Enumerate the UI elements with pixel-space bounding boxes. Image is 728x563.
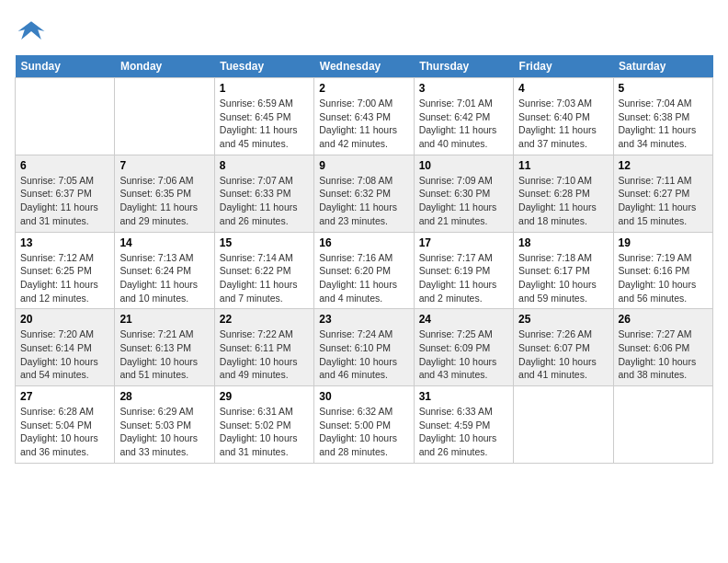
day-number: 15 [220,236,309,249]
day-info: Sunrise: 7:00 AMSunset: 6:43 PMDaylight:… [319,97,408,151]
calendar-table: SundayMondayTuesdayWednesdayThursdayFrid… [15,55,713,464]
day-info: Sunrise: 7:25 AMSunset: 6:09 PMDaylight:… [419,327,508,382]
calendar-cell: 30Sunrise: 6:32 AMSunset: 5:00 PMDayligh… [314,386,414,464]
calendar-cell [16,78,115,155]
day-number: 24 [419,313,508,326]
day-info: Sunrise: 7:24 AMSunset: 6:10 PMDaylight:… [319,327,408,382]
calendar-cell [514,386,613,464]
day-number: 3 [419,82,508,95]
day-number: 6 [20,159,109,172]
day-number: 7 [119,159,209,172]
weekday-header-sunday: Sunday [16,55,115,78]
day-info: Sunrise: 7:16 AMSunset: 6:20 PMDaylight:… [319,251,408,305]
calendar-cell: 11Sunrise: 7:10 AMSunset: 6:28 PMDayligh… [514,155,613,232]
calendar-cell: 9Sunrise: 7:08 AMSunset: 6:32 PMDaylight… [314,155,414,232]
day-info: Sunrise: 7:06 AMSunset: 6:35 PMDaylight:… [119,174,209,228]
calendar-cell [613,386,712,464]
day-number: 19 [619,236,708,249]
calendar-cell: 27Sunrise: 6:28 AMSunset: 5:04 PMDayligh… [16,386,115,464]
day-number: 9 [319,159,408,172]
day-info: Sunrise: 7:14 AMSunset: 6:22 PMDaylight:… [220,251,309,305]
day-info: Sunrise: 6:33 AMSunset: 4:59 PMDaylight:… [419,405,508,459]
calendar-cell: 17Sunrise: 7:17 AMSunset: 6:19 PMDayligh… [414,232,513,309]
svg-marker-0 [18,21,45,40]
day-info: Sunrise: 7:19 AMSunset: 6:16 PMDaylight:… [619,251,708,305]
weekday-header-tuesday: Tuesday [214,55,313,78]
calendar-cell: 22Sunrise: 7:22 AMSunset: 6:11 PMDayligh… [214,309,313,386]
day-info: Sunrise: 7:01 AMSunset: 6:42 PMDaylight:… [419,97,508,151]
calendar-cell: 15Sunrise: 7:14 AMSunset: 6:22 PMDayligh… [214,232,313,309]
logo [15,15,51,48]
calendar-cell: 8Sunrise: 7:07 AMSunset: 6:33 PMDaylight… [214,155,313,232]
day-number: 20 [20,313,109,326]
page-header [15,15,713,48]
calendar-cell: 14Sunrise: 7:13 AMSunset: 6:24 PMDayligh… [115,232,214,309]
day-info: Sunrise: 7:07 AMSunset: 6:33 PMDaylight:… [220,174,309,228]
calendar-week-row: 1Sunrise: 6:59 AMSunset: 6:45 PMDaylight… [16,78,713,155]
day-number: 31 [419,390,508,403]
day-number: 26 [619,313,708,326]
calendar-cell: 2Sunrise: 7:00 AMSunset: 6:43 PMDaylight… [314,78,414,155]
day-number: 8 [220,159,309,172]
day-number: 21 [119,313,209,326]
day-info: Sunrise: 7:05 AMSunset: 6:37 PMDaylight:… [20,174,109,228]
day-number: 25 [518,313,608,326]
calendar-cell: 12Sunrise: 7:11 AMSunset: 6:27 PMDayligh… [613,155,712,232]
calendar-cell: 28Sunrise: 6:29 AMSunset: 5:03 PMDayligh… [115,386,214,464]
day-info: Sunrise: 7:10 AMSunset: 6:28 PMDaylight:… [518,174,608,228]
weekday-header-monday: Monday [115,55,214,78]
calendar-cell: 10Sunrise: 7:09 AMSunset: 6:30 PMDayligh… [414,155,513,232]
day-info: Sunrise: 7:22 AMSunset: 6:11 PMDaylight:… [220,327,309,382]
calendar-cell [115,78,214,155]
day-number: 1 [220,82,309,95]
calendar-cell: 23Sunrise: 7:24 AMSunset: 6:10 PMDayligh… [314,309,414,386]
day-number: 14 [119,236,209,249]
day-number: 22 [220,313,309,326]
day-info: Sunrise: 7:17 AMSunset: 6:19 PMDaylight:… [419,251,508,305]
day-info: Sunrise: 7:08 AMSunset: 6:32 PMDaylight:… [319,174,408,228]
weekday-header-saturday: Saturday [613,55,712,78]
calendar-cell: 13Sunrise: 7:12 AMSunset: 6:25 PMDayligh… [16,232,115,309]
day-number: 11 [518,159,608,172]
day-number: 10 [419,159,508,172]
calendar-cell: 31Sunrise: 6:33 AMSunset: 4:59 PMDayligh… [414,386,513,464]
day-info: Sunrise: 6:31 AMSunset: 5:02 PMDaylight:… [220,405,309,459]
day-number: 18 [518,236,608,249]
day-number: 28 [119,390,209,403]
logo-icon [15,15,48,48]
calendar-week-row: 27Sunrise: 6:28 AMSunset: 5:04 PMDayligh… [16,386,713,464]
calendar-cell: 4Sunrise: 7:03 AMSunset: 6:40 PMDaylight… [514,78,613,155]
day-number: 30 [319,390,408,403]
calendar-cell: 3Sunrise: 7:01 AMSunset: 6:42 PMDaylight… [414,78,513,155]
calendar-week-row: 6Sunrise: 7:05 AMSunset: 6:37 PMDaylight… [16,155,713,232]
day-info: Sunrise: 7:26 AMSunset: 6:07 PMDaylight:… [518,327,608,382]
weekday-header-friday: Friday [514,55,613,78]
calendar-cell: 29Sunrise: 6:31 AMSunset: 5:02 PMDayligh… [214,386,313,464]
day-info: Sunrise: 7:21 AMSunset: 6:13 PMDaylight:… [119,327,209,382]
day-number: 4 [518,82,608,95]
day-info: Sunrise: 6:28 AMSunset: 5:04 PMDaylight:… [20,405,109,459]
calendar-cell: 5Sunrise: 7:04 AMSunset: 6:38 PMDaylight… [613,78,712,155]
calendar-cell: 26Sunrise: 7:27 AMSunset: 6:06 PMDayligh… [613,309,712,386]
calendar-cell: 18Sunrise: 7:18 AMSunset: 6:17 PMDayligh… [514,232,613,309]
day-number: 16 [319,236,408,249]
day-number: 2 [319,82,408,95]
day-info: Sunrise: 7:11 AMSunset: 6:27 PMDaylight:… [619,174,708,228]
calendar-cell: 7Sunrise: 7:06 AMSunset: 6:35 PMDaylight… [115,155,214,232]
day-number: 27 [20,390,109,403]
day-number: 23 [319,313,408,326]
calendar-week-row: 13Sunrise: 7:12 AMSunset: 6:25 PMDayligh… [16,232,713,309]
calendar-cell: 16Sunrise: 7:16 AMSunset: 6:20 PMDayligh… [314,232,414,309]
day-info: Sunrise: 7:20 AMSunset: 6:14 PMDaylight:… [20,327,109,382]
day-info: Sunrise: 7:04 AMSunset: 6:38 PMDaylight:… [619,97,708,151]
day-info: Sunrise: 6:59 AMSunset: 6:45 PMDaylight:… [220,97,309,151]
day-info: Sunrise: 7:03 AMSunset: 6:40 PMDaylight:… [518,97,608,151]
day-info: Sunrise: 7:09 AMSunset: 6:30 PMDaylight:… [419,174,508,228]
day-info: Sunrise: 7:13 AMSunset: 6:24 PMDaylight:… [119,251,209,305]
calendar-cell: 6Sunrise: 7:05 AMSunset: 6:37 PMDaylight… [16,155,115,232]
calendar-cell: 19Sunrise: 7:19 AMSunset: 6:16 PMDayligh… [613,232,712,309]
day-number: 12 [619,159,708,172]
day-info: Sunrise: 7:18 AMSunset: 6:17 PMDaylight:… [518,251,608,305]
calendar-cell: 1Sunrise: 6:59 AMSunset: 6:45 PMDaylight… [214,78,313,155]
day-info: Sunrise: 6:32 AMSunset: 5:00 PMDaylight:… [319,405,408,459]
